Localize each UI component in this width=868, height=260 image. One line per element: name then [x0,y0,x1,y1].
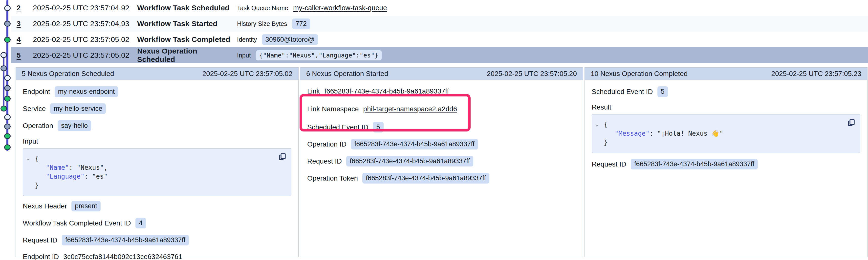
event-name: Workflow Task Scheduled [137,4,237,12]
workflow-history-view: 2 2025-02-25 UTC 23:57:04.92 Workflow Ta… [0,0,868,260]
result-json-viewer: ⌄{ "Message": "¡Hola! Nexus 👋" } [592,114,860,153]
event-name: Workflow Task Completed [137,35,237,44]
history-row-5-selected[interactable]: 5 2025-02-25 UTC 23:57:05.02 Nexus Opera… [11,47,868,63]
event-dot-scheduled [4,5,11,11]
history-row-3[interactable]: 3 2025-02-25 UTC 23:57:04.93 Workflow Ta… [11,16,868,32]
timeline-line-nexus-branch [3,55,4,109]
operation-badge: say-hello [58,120,91,131]
operation-token-badge: f665283f-743e-4374-b45b-9a61a89337ff [362,173,489,184]
request-id-badge: f665283f-743e-4374-b45b-9a61a89337ff [62,235,189,246]
field-scheduled-event-id: Scheduled Event ID 5 [592,86,860,97]
attr-label: Input [237,52,251,59]
request-id-badge: f665283f-743e-4374-b45b-9a61a89337ff [346,156,473,166]
panel-timestamp: 2025-02-25 UTC 23:57:05.23 [771,70,861,78]
attr-label: Task Queue Name [237,4,288,11]
event-dot-completed [4,133,11,139]
field-nexus-header: Nexus Header present [23,201,291,212]
field-link: Link f665283f-743e-4374-b45b-9a61a89337f… [307,86,576,96]
event-id-link[interactable]: 4 [17,35,28,44]
nexus-header-badge: present [71,201,101,212]
field-endpoint-id: Endpoint ID 3c0c75ccfa8144b092c13ce63246… [23,252,291,260]
attr-label: Identity [237,36,257,43]
field-service: Service my-hello-service [23,103,291,114]
panel-title: 6 Nexus Operation Started [306,70,388,78]
panel-body: Scheduled Event ID 5 Result ⌄{ "Message"… [585,80,867,257]
event-dot-started [4,123,11,129]
history-row-4[interactable]: 4 2025-02-25 UTC 23:57:05.02 Workflow Ta… [11,32,868,47]
event-id-link[interactable]: 3 [17,20,28,28]
event-dot-completed [4,37,11,43]
event-name: Workflow Task Started [137,20,237,28]
event-dot-scheduled [4,75,11,81]
event-dot-completed [4,144,11,150]
event-timeline-rail [0,0,15,260]
attr-value-badge: 772 [292,18,310,29]
panel-nexus-operation-completed: 10 Nexus Operation Completed 2025-02-25 … [585,67,868,257]
panel-timestamp: 2025-02-25 UTC 23:57:05.02 [203,70,292,78]
field-link-namespace: Link Namespace phil-target-namespace2.a2… [307,104,576,114]
endpoint-badge: my-nexus-endpoint [55,86,118,97]
panel-nexus-operation-started: 6 Nexus Operation Started 2025-02-25 UTC… [300,67,583,257]
attr-value-badge: {"Name":"Nexus","Language":"es"} [256,50,382,61]
request-id-badge: f665283f-743e-4374-b45b-9a61a89337ff [631,159,758,170]
panel-header: 10 Nexus Operation Completed 2025-02-25 … [585,68,867,80]
input-json-viewer: ⌄{ "Name": "Nexus", "Language": "es" } [23,148,291,196]
link-value-link[interactable]: f665283f-743e-4374-b45b-9a61a89337ff [324,87,449,95]
panel-title: 10 Nexus Operation Completed [591,70,688,78]
service-badge: my-hello-service [50,103,106,114]
field-wft-completed-event-id: Workflow Task Completed Event ID 4 [23,218,291,228]
event-dot-started [0,65,7,71]
collapse-chevron-icon[interactable]: ⌄ [595,120,604,129]
panel-header: 5 Nexus Operation Scheduled 2025-02-25 U… [16,68,298,80]
event-dot-completed [0,106,7,111]
attr-label: History Size Bytes [237,20,287,27]
event-dot-started [4,85,11,91]
event-id-link[interactable]: 2 [17,4,28,12]
result-label: Result [592,103,860,111]
panel-timestamp: 2025-02-25 UTC 23:57:05.20 [487,70,577,78]
collapse-chevron-icon[interactable]: ⌄ [26,154,35,163]
event-timestamp: 2025-02-25 UTC 23:57:04.92 [33,4,132,12]
field-operation-id: Operation ID f665283f-743e-4374-b45b-9a6… [307,139,576,149]
attr-value-badge: 30960@totoro@ [262,34,318,45]
event-dot-started [4,21,11,27]
scheduled-event-id-badge: 5 [657,86,668,97]
panel-header: 6 Nexus Operation Started 2025-02-25 UTC… [300,68,583,80]
field-request-id: Request ID f665283f-743e-4374-b45b-9a61a… [592,159,860,170]
event-dot-scheduled [0,52,7,58]
operation-id-badge: f665283f-743e-4374-b45b-9a61a89337ff [351,139,478,149]
event-name: Nexus Operation Scheduled [137,47,237,64]
event-dot-completed [4,96,11,102]
panel-title: 5 Nexus Operation Scheduled [22,70,114,78]
field-scheduled-event-id: Scheduled Event ID 5 [307,122,576,133]
event-id-link[interactable]: 5 [17,51,28,60]
field-request-id: Request ID f665283f-743e-4374-b45b-9a61a… [23,235,291,246]
event-timestamp: 2025-02-25 UTC 23:57:05.02 [33,35,132,44]
wft-completed-event-id-badge: 4 [135,218,146,228]
panel-nexus-operation-scheduled: 5 Nexus Operation Scheduled 2025-02-25 U… [16,67,299,257]
copy-icon[interactable] [847,118,856,127]
panel-body: Endpoint my-nexus-endpoint Service my-he… [16,80,298,260]
copy-icon[interactable] [278,152,287,161]
field-operation: Operation say-hello [23,120,291,131]
field-operation-token: Operation Token f665283f-743e-4374-b45b-… [307,173,576,184]
event-dot-scheduled [4,114,11,120]
field-request-id: Request ID f665283f-743e-4374-b45b-9a61a… [307,156,576,166]
field-endpoint: Endpoint my-nexus-endpoint [23,86,291,97]
endpoint-id-link[interactable]: 3c0c75ccfa8144b092c13ce632463761 [63,253,182,260]
history-row-2[interactable]: 2 2025-02-25 UTC 23:57:04.92 Workflow Ta… [11,0,868,16]
panel-body: Link f665283f-743e-4374-b45b-9a61a89337f… [300,80,583,257]
event-timestamp: 2025-02-25 UTC 23:57:04.93 [33,20,132,28]
event-history-rows: 2 2025-02-25 UTC 23:57:04.92 Workflow Ta… [0,0,868,63]
scheduled-event-id-badge: 5 [373,122,383,133]
event-group-detail: 5 Nexus Operation Scheduled 2025-02-25 U… [16,67,868,257]
link-namespace-link[interactable]: phil-target-namespace2.a2dd6 [363,105,457,113]
input-label: Input [23,138,291,145]
task-queue-link[interactable]: my-caller-workflow-task-queue [293,4,387,12]
event-timestamp: 2025-02-25 UTC 23:57:05.02 [33,51,132,60]
